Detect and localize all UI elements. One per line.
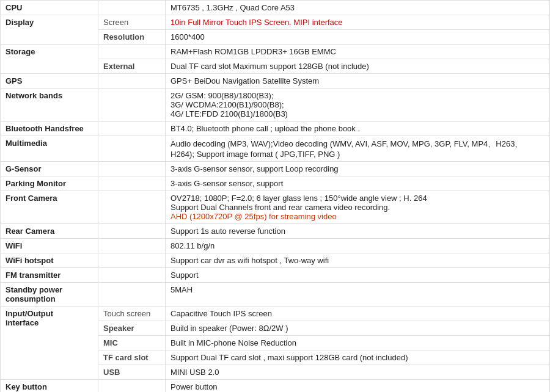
spec-category: Bluetooth Handsfree — [1, 122, 98, 136]
spec-value: Support car dvr as wifi hotspot , Two-wa… — [166, 253, 550, 268]
spec-value: Support Dual TF card slot , maxi support… — [166, 350, 550, 365]
spec-subcategory — [98, 191, 166, 224]
spec-category: Display — [1, 15, 98, 45]
spec-value: 5MAH — [166, 283, 550, 307]
table-row: WiFi802.11 b/g/n — [1, 239, 550, 253]
spec-category: Key button — [1, 380, 98, 393]
table-row: Standby power consumption5MAH — [1, 283, 550, 307]
table-row: Rear CameraSupport 1s auto reverse funct… — [1, 224, 550, 239]
table-row: MultimediaAudio decoding (MP3, WAV);Vide… — [1, 136, 550, 162]
spec-value: Build in speaker (Power: 8Ω/2W ) — [166, 321, 550, 336]
spec-subcategory: TF card slot — [98, 350, 166, 365]
table-row: Bluetooth HandsfreeBT4.0; Bluetooth phon… — [1, 122, 550, 136]
spec-category: Parking Monitor — [1, 176, 98, 191]
spec-subcategory — [98, 162, 166, 176]
spec-value: Support 1s auto reverse function — [166, 224, 550, 239]
spec-category: GPS — [1, 74, 98, 89]
table-row: DisplayScreen10in Full Mirror Touch IPS … — [1, 15, 550, 30]
spec-subcategory — [98, 268, 166, 283]
spec-category: Front Camera — [1, 191, 98, 224]
spec-category: Input/Output interface — [1, 307, 98, 380]
table-row: Input/Output interfaceTouch screenCapaci… — [1, 307, 550, 321]
spec-subcategory — [98, 283, 166, 307]
spec-subcategory — [98, 74, 166, 89]
spec-subcategory — [98, 45, 166, 59]
spec-value: MINI USB 2.0 — [166, 365, 550, 380]
spec-value: 3-axis G-sensor sensor, support Loop rec… — [166, 162, 550, 176]
spec-value: Power button — [166, 380, 550, 393]
spec-subcategory — [98, 122, 166, 136]
spec-category: Rear Camera — [1, 224, 98, 239]
spec-subcategory: Resolution — [98, 30, 166, 45]
spec-category: WiFi hotspot — [1, 253, 98, 268]
spec-value: Dual TF card slot Maximum support 128GB … — [166, 59, 550, 74]
spec-category: Standby power consumption — [1, 283, 98, 307]
spec-value: OV2718; 1080P; F=2.0; 6 layer glass lens… — [166, 191, 550, 224]
spec-subcategory — [98, 136, 166, 162]
spec-value: Support — [166, 268, 550, 283]
spec-subcategory: Speaker — [98, 321, 166, 336]
spec-value: Built in MIC-phone Noise Reduction — [166, 336, 550, 350]
spec-subcategory — [98, 224, 166, 239]
spec-subcategory — [98, 89, 166, 122]
spec-subcategory: MIC — [98, 336, 166, 350]
table-row: Parking Monitor3-axis G-sensor sensor, s… — [1, 176, 550, 191]
spec-value: 3-axis G-sensor sensor, support — [166, 176, 550, 191]
table-row: Network bands2G/ GSM: 900(B8)/1800(B3); … — [1, 89, 550, 122]
spec-category: FM transmitter — [1, 268, 98, 283]
table-row: FM transmitterSupport — [1, 268, 550, 283]
spec-subcategory — [98, 380, 166, 393]
spec-value: 802.11 b/g/n — [166, 239, 550, 253]
spec-value: BT4.0; Bluetooth phone call ; upload the… — [166, 122, 550, 136]
spec-subcategory: Screen — [98, 15, 166, 30]
table-row: GPSGPS+ BeiDou Navigation Satellite Syst… — [1, 74, 550, 89]
spec-subcategory — [98, 176, 166, 191]
specs-table: CPUMT6735 , 1.3GHz , Quad Core A53Displa… — [0, 0, 550, 392]
spec-subcategory — [98, 1, 166, 15]
table-row: WiFi hotspotSupport car dvr as wifi hots… — [1, 253, 550, 268]
spec-value: 2G/ GSM: 900(B8)/1800(B3); 3G/ WCDMA:210… — [166, 89, 550, 122]
table-row: Key buttonPower button — [1, 380, 550, 393]
table-row: Front CameraOV2718; 1080P; F=2.0; 6 laye… — [1, 191, 550, 224]
spec-category: CPU — [1, 1, 98, 15]
spec-category: Multimedia — [1, 136, 98, 162]
table-row: StorageRAM+Flash ROM1GB LPDDR3+ 16GB EMM… — [1, 45, 550, 59]
spec-subcategory — [98, 239, 166, 253]
spec-category: G-Sensor — [1, 162, 98, 176]
spec-subcategory — [98, 253, 166, 268]
spec-value: MT6735 , 1.3GHz , Quad Core A53 — [166, 1, 550, 15]
spec-value: 10in Full Mirror Touch IPS Screen. MIPI … — [166, 15, 550, 30]
spec-subcategory: External — [98, 59, 166, 74]
spec-value: Capacitive Touch IPS screen — [166, 307, 550, 321]
table-row: G-Sensor3-axis G-sensor sensor, support … — [1, 162, 550, 176]
spec-value: 1600*400 — [166, 30, 550, 45]
spec-category: WiFi — [1, 239, 98, 253]
spec-category: Network bands — [1, 89, 98, 122]
spec-category: Storage — [1, 45, 98, 74]
spec-subcategory: USB — [98, 365, 166, 380]
spec-value: Audio decoding (MP3, WAV);Video decoding… — [166, 136, 550, 162]
table-row: CPUMT6735 , 1.3GHz , Quad Core A53 — [1, 1, 550, 15]
spec-value: GPS+ BeiDou Navigation Satellite System — [166, 74, 550, 89]
spec-subcategory: Touch screen — [98, 307, 166, 321]
spec-value: RAM+Flash ROM1GB LPDDR3+ 16GB EMMC — [166, 45, 550, 59]
